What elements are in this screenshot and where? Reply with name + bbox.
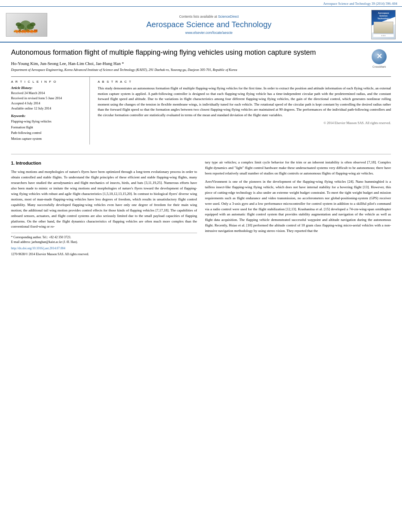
journal-citation: Aerospace Science and Technology 39 (201… [323,2,397,6]
article-area: Autonomous formation flight of multiple … [0,43,402,148]
abstract-text: This study demonstrates an autonomous fo… [98,86,391,118]
intro-para-2: tary type air vehicles; a complex limit … [205,160,391,176]
svg-rect-12 [34,30,37,32]
footnote-corresponding: * Corresponding author. Tel.: +82 42 350… [11,235,197,240]
crossmark-label: CrossMark [372,65,386,69]
svg-rect-9 [22,30,26,32]
keyword-3: Path-following control [11,130,84,135]
keyword-4: Motion capture system [11,136,84,141]
issn-line: 1270-9638/© 2014 Elsevier Masson SAS. Al… [11,252,197,257]
journal-logo-box: AerospaceScienceTechnology ≡ ≡ ≡ [371,10,396,39]
journal-bar: Aerospace Science and Technology 39 (201… [0,0,402,6]
intro-para-3: AeroVironment is one of the pioneers in … [205,179,391,234]
body-column-left: 1. Introduction The wing motions and mor… [11,160,197,257]
history-label: Article History: [11,86,84,90]
body-column-right: tary type air vehicles; a complex limit … [205,160,391,257]
copyright-line: © 2014 Elsevier Masson SAS. All rights r… [98,121,391,125]
journal-header: Contents lists available at ScienceDirec… [0,6,402,43]
svg-rect-10 [26,30,30,32]
keyword-2: Formation flight [11,124,84,130]
body-area: 1. Introduction The wing motions and mor… [0,160,402,257]
elsevier-tree-icon [10,17,43,33]
received-line: Received 24 March 2014 [11,91,84,96]
journal-url[interactable]: www.elsevier.com/locate/aescte [56,31,362,35]
authors-text: Ho-Young Kim, Jun-Seong Lee, Han-Lim Cho… [11,61,124,66]
accepted-line: Accepted 4 July 2014 [11,101,84,106]
abstract-column: A B S T R A C T This study demonstrates … [98,77,391,145]
footnote-area: * Corresponding author. Tel.: +82 42 350… [11,233,197,257]
svg-rect-8 [19,30,21,32]
article-info-heading: A R T I C L E I N F O [11,80,84,83]
article-history: Article History: Received 24 March 2014 … [11,86,84,111]
elsevier-logo [5,13,48,37]
keywords-list: Flapping-wing flying vehicles Formation … [11,119,84,141]
elsevier-logo-image [6,13,47,37]
keyword-1: Flapping-wing flying vehicles [11,119,84,124]
journal-title-header: Aerospace Science and Technology [56,20,362,29]
svg-rect-7 [15,30,18,32]
doi-line[interactable]: http://dx.doi.org/10.1016/j.ast.2014.07.… [11,246,197,251]
authors-line: Ho-Young Kim, Jun-Seong Lee, Han-Lim Cho… [11,61,391,66]
article-title-text: Autonomous formation flight of multiple … [11,48,316,56]
section1-title: 1. Introduction [11,160,197,167]
abstract-heading: A B S T R A C T [98,80,391,83]
affiliation-line: Department of Aerospace Engineering, Kor… [11,68,391,72]
sciencedirect-link[interactable]: ScienceDirect [218,15,238,19]
revised-line: Received in revised form 5 June 2014 [11,96,84,101]
affiliation-text: Department of Aerospace Engineering, Kor… [11,68,237,72]
article-title-block: Autonomous formation flight of multiple … [11,48,391,57]
intro-para-1: The wing motions and morphologies of nat… [11,169,197,230]
crossmark-icon: ✕ [372,49,387,64]
crossmark-badge[interactable]: ✕ CrossMark [367,48,391,70]
article-info-abstract-section: A R T I C L E I N F O Article History: R… [11,76,391,145]
journal-header-center: Contents lists available at ScienceDirec… [48,15,370,35]
svg-rect-6 [14,31,37,32]
keywords-label: Keywords: [11,114,84,118]
article-info-column: A R T I C L E I N F O Article History: R… [11,77,90,145]
sciencedirect-line: Contents lists available at ScienceDirec… [56,15,362,19]
journal-logo-right: AerospaceScienceTechnology ≡ ≡ ≡ [370,10,397,39]
footnote-email: E-mail address: jaehunghan@kaist.ac.kr (… [11,240,197,245]
section-divider [11,154,391,154]
svg-point-5 [30,22,35,26]
online-line: Available online 12 July 2014 [11,106,84,111]
svg-point-4 [16,22,21,26]
keywords-section: Keywords: Flapping-wing flying vehicles … [11,114,84,141]
svg-rect-11 [30,30,33,32]
